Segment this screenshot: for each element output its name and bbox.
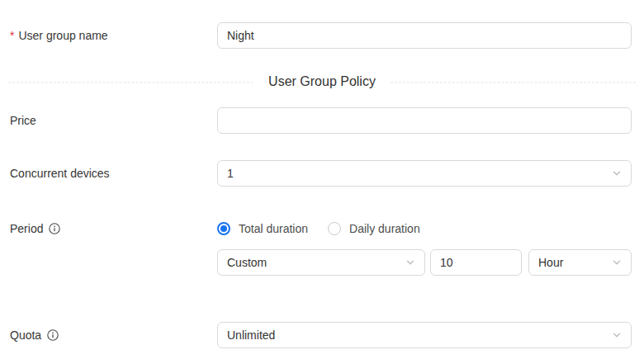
price-input[interactable]: [217, 107, 632, 134]
price-row: Price: [0, 107, 644, 134]
info-circle-icon[interactable]: [47, 329, 59, 341]
price-label-text: Price: [10, 114, 36, 127]
quota-value: Unlimited: [227, 329, 275, 342]
chevron-down-icon: [405, 258, 415, 267]
radio-unchecked-icon: [328, 222, 341, 235]
duration-type-value: Custom: [227, 256, 267, 269]
period-radio-group: Total duration Daily duration: [217, 215, 420, 242]
period-row: Period Total duration Daily duration: [0, 215, 644, 242]
chevron-down-icon: [612, 258, 622, 267]
concurrent-devices-label-text: Concurrent devices: [10, 167, 110, 180]
period-label: Period: [10, 215, 60, 242]
duration-value-input[interactable]: [430, 249, 522, 276]
price-label: Price: [10, 107, 36, 134]
duration-type-select[interactable]: Custom: [217, 249, 425, 276]
user-group-name-input[interactable]: [217, 22, 632, 49]
required-mark: *: [10, 29, 14, 42]
duration-unit-value: Hour: [538, 256, 563, 269]
radio-option-daily-duration[interactable]: Daily duration: [328, 222, 420, 235]
quota-label: Quota: [10, 322, 59, 348]
section-divider: User Group Policy: [8, 73, 636, 91]
radio-option-total-duration[interactable]: Total duration: [217, 222, 308, 235]
duration-controls-row: Custom Hour: [0, 249, 644, 276]
info-circle-icon[interactable]: [49, 223, 60, 234]
chevron-down-icon: [612, 330, 622, 340]
radio-label-total-duration: Total duration: [239, 222, 308, 235]
concurrent-devices-value: 1: [227, 167, 234, 180]
user-group-name-label: * User group name: [10, 22, 108, 49]
section-title: User Group Policy: [253, 74, 391, 89]
concurrent-devices-select[interactable]: 1: [217, 160, 632, 187]
chevron-down-icon: [612, 168, 622, 178]
period-label-text: Period: [10, 222, 43, 235]
concurrent-devices-label: Concurrent devices: [10, 160, 110, 187]
concurrent-devices-row: Concurrent devices 1: [0, 160, 644, 187]
radio-checked-icon: [217, 222, 230, 235]
user-group-name-row: * User group name: [0, 22, 644, 49]
radio-label-daily-duration: Daily duration: [349, 222, 420, 235]
quota-select[interactable]: Unlimited: [217, 322, 632, 348]
quota-row: Quota Unlimited: [0, 322, 644, 348]
quota-label-text: Quota: [10, 329, 41, 342]
duration-unit-select[interactable]: Hour: [528, 249, 632, 276]
user-group-name-label-text: User group name: [18, 29, 107, 42]
